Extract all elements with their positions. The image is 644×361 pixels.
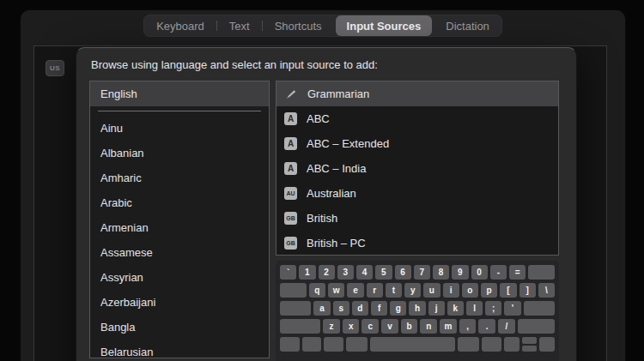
keyboard-key — [524, 301, 555, 316]
screen: KeyboardTextShortcutsInput SourcesDictat… — [0, 0, 644, 361]
keyboard-key — [528, 265, 555, 280]
keyboard-row — [280, 337, 555, 352]
keyboard-key — [458, 337, 480, 352]
key-]: ] — [519, 283, 536, 298]
key-c: c — [361, 319, 379, 334]
input-source-label: Australian — [307, 187, 356, 200]
key-.: . — [478, 319, 495, 334]
language-item[interactable]: Azerbaijani — [90, 290, 269, 315]
language-item[interactable]: Belarusian — [90, 340, 269, 358]
keyboard-key — [302, 337, 322, 352]
key-w: w — [328, 283, 344, 298]
keyboard-key — [324, 337, 343, 352]
tab-shortcuts[interactable]: Shortcuts — [264, 15, 333, 36]
key-n: n — [420, 319, 437, 334]
input-source-item[interactable]: GBBritish — [276, 206, 558, 231]
input-source-badge-icon: A — [284, 162, 297, 175]
key-,: , — [459, 319, 477, 334]
input-source-item[interactable]: GBBritish – PC — [276, 231, 558, 256]
key-5: 5 — [375, 265, 392, 280]
language-item[interactable]: Assyrian — [90, 265, 269, 290]
tab-separator — [216, 21, 217, 31]
key-6: 6 — [395, 265, 411, 280]
keyboard-key — [280, 283, 307, 298]
input-source-list[interactable]: GrammarianAABCAABC – ExtendedAABC – Indi… — [276, 81, 559, 256]
key-7: 7 — [414, 265, 430, 280]
key-o: o — [462, 283, 478, 298]
tab-keyboard[interactable]: Keyboard — [145, 15, 216, 36]
key-;: ; — [485, 301, 501, 316]
key-f: f — [371, 301, 387, 316]
keyboard-key — [504, 337, 519, 352]
sheet-title: Browse using language and select an inpu… — [91, 58, 378, 71]
key-9: 9 — [452, 265, 468, 280]
keyboard-key — [539, 337, 555, 352]
key-y: y — [404, 283, 421, 298]
key-t: t — [386, 283, 402, 298]
key-3: 3 — [337, 265, 354, 280]
key--: - — [490, 265, 507, 280]
keyboard-row: asdfghjkl;' — [280, 301, 555, 316]
input-source-item[interactable]: AABC – India — [276, 156, 558, 181]
key-m: m — [440, 319, 457, 334]
tab-input-sources[interactable]: Input Sources — [336, 15, 433, 36]
key-\: \ — [538, 283, 555, 298]
key-=: = — [509, 265, 526, 280]
keyboard-row: qwertyuiop[]\ — [280, 283, 555, 298]
key-x: x — [343, 319, 360, 334]
key-`: ` — [280, 265, 296, 280]
input-source-badge-icon: GB — [284, 237, 297, 250]
key-4: 4 — [356, 265, 373, 280]
language-item[interactable]: Albanian — [90, 141, 269, 165]
tab-text[interactable]: Text — [218, 15, 261, 36]
language-item[interactable]: Bangla — [90, 315, 269, 340]
key-l: l — [466, 301, 483, 316]
preferences-window: KeyboardTextShortcutsInput SourcesDictat… — [21, 10, 625, 361]
key-k: k — [447, 301, 464, 316]
language-list[interactable]: English AinuAlbanianAmharicArabicArmenia… — [89, 81, 270, 358]
language-item[interactable]: Armenian — [90, 215, 269, 240]
input-source-item[interactable]: AABC – Extended — [276, 131, 558, 156]
keyboard-key — [280, 337, 300, 352]
key-a: a — [313, 301, 330, 316]
key-s: s — [333, 301, 349, 316]
keyboard-layout-preview: `1234567890-=qwertyuiop[]\asdfghjkl;'zxc… — [276, 261, 559, 361]
key-u: u — [423, 283, 440, 298]
language-item[interactable]: Amharic — [90, 165, 269, 190]
tab-bar: KeyboardTextShortcutsInput SourcesDictat… — [21, 15, 625, 37]
input-source-item[interactable]: AABC — [276, 106, 558, 131]
keyboard-row: `1234567890-= — [280, 265, 555, 280]
key-/: / — [498, 319, 515, 334]
key-': ' — [504, 301, 520, 316]
language-item[interactable]: Arabic — [90, 190, 269, 215]
key-2: 2 — [319, 265, 335, 280]
key-g: g — [390, 301, 406, 316]
input-source-badge-icon: GB — [284, 212, 297, 225]
key-p: p — [481, 283, 497, 298]
pen-icon — [284, 87, 298, 101]
key-8: 8 — [433, 265, 449, 280]
key-e: e — [347, 283, 363, 298]
key-b: b — [401, 319, 418, 334]
input-source-label: ABC – India — [307, 162, 366, 175]
input-source-item[interactable]: Grammarian — [276, 81, 558, 106]
language-items: AinuAlbanianAmharicArabicArmenianAssames… — [90, 116, 269, 358]
input-source-item[interactable]: AUAustralian — [276, 181, 558, 206]
language-item[interactable]: Assamese — [90, 240, 269, 265]
input-source-badge-icon: A — [284, 137, 297, 150]
input-source-label: ABC – Extended — [307, 137, 389, 150]
tab-dictation[interactable]: Dictation — [434, 15, 501, 36]
add-input-source-sheet: Browse using language and select an inpu… — [76, 47, 577, 361]
input-source-badge-icon: AU — [284, 187, 297, 200]
keyboard-key — [370, 337, 454, 352]
key-d: d — [352, 301, 368, 316]
key-i: i — [443, 283, 459, 298]
key-j: j — [428, 301, 445, 316]
language-list-separator — [90, 106, 269, 116]
language-item-selected[interactable]: English — [90, 81, 269, 106]
key-0: 0 — [471, 265, 488, 280]
tab-segmented-control: KeyboardTextShortcutsInput SourcesDictat… — [143, 15, 502, 37]
language-item[interactable]: Ainu — [90, 116, 269, 141]
input-source-label: Grammarian — [307, 87, 369, 100]
key-1: 1 — [299, 265, 315, 280]
